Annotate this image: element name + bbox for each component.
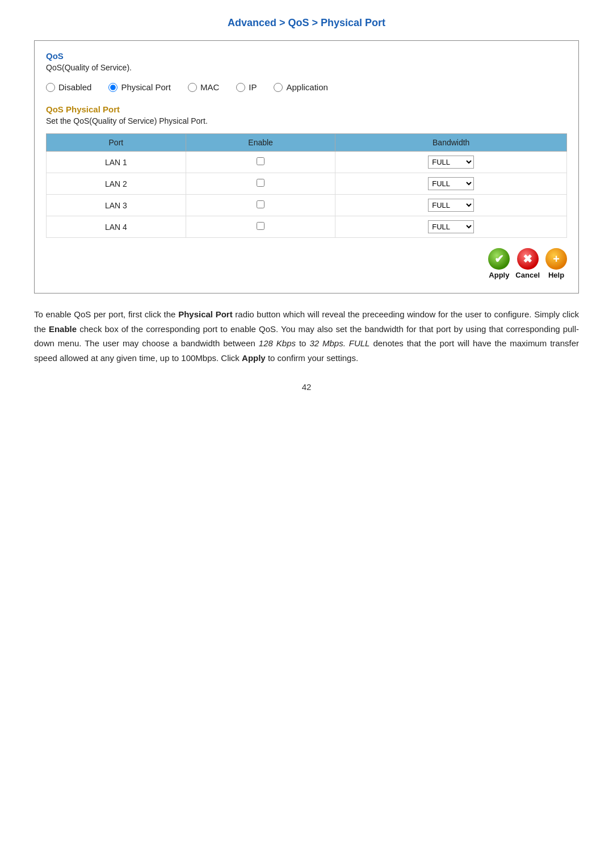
- radio-mac-input[interactable]: [188, 83, 197, 92]
- page-number: 42: [34, 382, 579, 392]
- radio-application-label: Application: [286, 82, 328, 92]
- enable-cell: [186, 152, 335, 173]
- section-title: QoS Physical Port: [46, 104, 567, 114]
- bandwidth-select[interactable]: FULL128 Kbps256 Kbps512 Kbps1 Mbps2 Mbps…: [428, 199, 474, 212]
- cancel-button[interactable]: ✖ Cancel: [515, 248, 540, 279]
- port-name-cell: LAN 4: [47, 216, 186, 238]
- action-row: ✔ Apply ✖ Cancel + Help: [46, 248, 567, 279]
- table-row: LAN 3FULL128 Kbps256 Kbps512 Kbps1 Mbps2…: [47, 195, 567, 216]
- apply-button[interactable]: ✔ Apply: [488, 248, 510, 279]
- qos-table: Port Enable Bandwidth LAN 1FULL128 Kbps2…: [46, 133, 567, 238]
- bandwidth-cell: FULL128 Kbps256 Kbps512 Kbps1 Mbps2 Mbps…: [335, 195, 567, 216]
- cancel-icon: ✖: [517, 248, 539, 270]
- enable-cell: [186, 216, 335, 238]
- description-text: To enable QoS per port, first click the …: [34, 307, 579, 365]
- help-button[interactable]: + Help: [545, 248, 567, 279]
- col-bandwidth: Bandwidth: [335, 134, 567, 152]
- bandwidth-cell: FULL128 Kbps256 Kbps512 Kbps1 Mbps2 Mbps…: [335, 152, 567, 173]
- bandwidth-cell: FULL128 Kbps256 Kbps512 Kbps1 Mbps2 Mbps…: [335, 173, 567, 195]
- radio-application-input[interactable]: [274, 83, 283, 92]
- qos-label: QoS: [46, 51, 567, 61]
- radio-mac-option[interactable]: MAC: [188, 82, 219, 92]
- table-row: LAN 2FULL128 Kbps256 Kbps512 Kbps1 Mbps2…: [47, 173, 567, 195]
- section-desc: Set the QoS(Quality of Service) Physical…: [46, 116, 567, 125]
- radio-ip-input[interactable]: [236, 83, 245, 92]
- radio-application-option[interactable]: Application: [274, 82, 328, 92]
- col-enable: Enable: [186, 134, 335, 152]
- radio-disabled-label: Disabled: [58, 82, 91, 92]
- radio-mac-label: MAC: [200, 82, 219, 92]
- bandwidth-select[interactable]: FULL128 Kbps256 Kbps512 Kbps1 Mbps2 Mbps…: [428, 220, 474, 233]
- bandwidth-select[interactable]: FULL128 Kbps256 Kbps512 Kbps1 Mbps2 Mbps…: [428, 156, 474, 169]
- radio-ip-label: IP: [249, 82, 257, 92]
- radio-disabled-input[interactable]: [46, 83, 55, 92]
- qos-panel: QoS QoS(Quality of Service). Disabled Ph…: [34, 40, 579, 293]
- enable-checkbox[interactable]: [257, 200, 264, 208]
- radio-group: Disabled Physical Port MAC IP Applicatio…: [46, 82, 567, 92]
- apply-icon: ✔: [488, 248, 510, 270]
- radio-physical-port-input[interactable]: [108, 83, 117, 92]
- enable-checkbox[interactable]: [257, 222, 264, 230]
- radio-physical-port-label: Physical Port: [121, 82, 171, 92]
- page-title: Advanced > QoS > Physical Port: [34, 17, 579, 29]
- bandwidth-cell: FULL128 Kbps256 Kbps512 Kbps1 Mbps2 Mbps…: [335, 216, 567, 238]
- radio-physical-port-option[interactable]: Physical Port: [108, 82, 171, 92]
- cancel-label: Cancel: [515, 271, 540, 279]
- qos-description: QoS(Quality of Service).: [46, 63, 567, 72]
- col-port: Port: [47, 134, 186, 152]
- enable-checkbox[interactable]: [257, 157, 264, 165]
- help-icon: +: [545, 248, 567, 270]
- help-label: Help: [548, 271, 564, 279]
- port-name-cell: LAN 3: [47, 195, 186, 216]
- apply-label: Apply: [489, 271, 509, 279]
- enable-checkbox[interactable]: [257, 179, 264, 187]
- table-row: LAN 4FULL128 Kbps256 Kbps512 Kbps1 Mbps2…: [47, 216, 567, 238]
- port-name-cell: LAN 2: [47, 173, 186, 195]
- table-row: LAN 1FULL128 Kbps256 Kbps512 Kbps1 Mbps2…: [47, 152, 567, 173]
- bandwidth-select[interactable]: FULL128 Kbps256 Kbps512 Kbps1 Mbps2 Mbps…: [428, 177, 474, 190]
- enable-cell: [186, 173, 335, 195]
- radio-disabled-option[interactable]: Disabled: [46, 82, 91, 92]
- port-name-cell: LAN 1: [47, 152, 186, 173]
- enable-cell: [186, 195, 335, 216]
- radio-ip-option[interactable]: IP: [236, 82, 257, 92]
